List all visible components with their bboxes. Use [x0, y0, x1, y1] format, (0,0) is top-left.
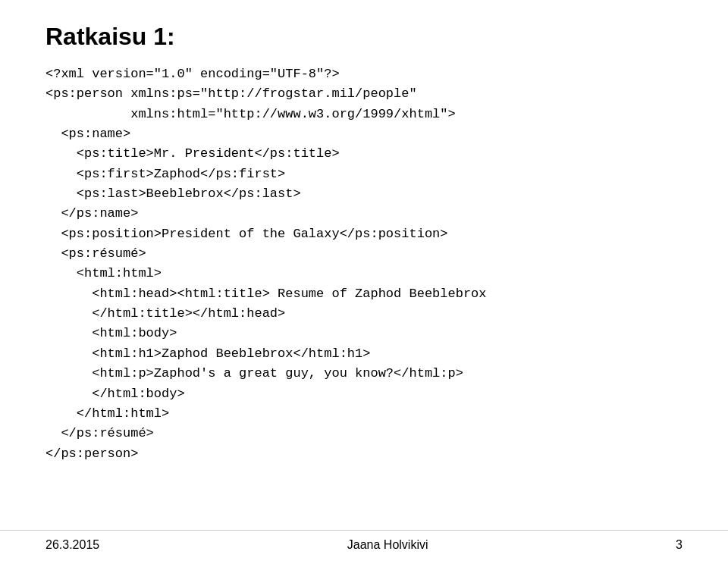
code-block: <?xml version="1.0" encoding="UTF-8"?> <… [46, 64, 682, 464]
footer-author: Jaana Holvikivi [347, 538, 428, 552]
footer-page: 3 [676, 538, 682, 552]
page-title: Ratkaisu 1: [46, 23, 175, 50]
footer: 26.3.2015 Jaana Holvikivi 3 [0, 530, 728, 552]
footer-date: 26.3.2015 [46, 538, 99, 552]
page-container: Ratkaisu 1: <?xml version="1.0" encoding… [0, 0, 728, 567]
title-section: Ratkaisu 1: [46, 23, 682, 51]
